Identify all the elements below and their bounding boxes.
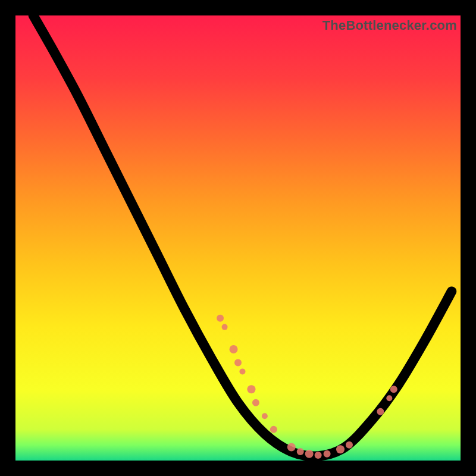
curve-marker — [247, 385, 255, 393]
curve-marker — [390, 386, 397, 393]
curve-marker — [336, 445, 345, 453]
curve-marker — [305, 450, 314, 458]
curve-marker — [287, 443, 296, 452]
curve-marker — [230, 345, 238, 353]
curve-marker — [386, 395, 392, 401]
curve-marker — [315, 452, 322, 459]
curve-marker — [239, 368, 245, 374]
curve-marker — [270, 426, 277, 433]
marker-group — [217, 315, 397, 459]
curve-marker — [222, 324, 228, 330]
curve-marker — [377, 408, 384, 415]
curve-marker — [324, 450, 331, 458]
curve-marker — [252, 399, 259, 406]
curve-marker — [262, 413, 268, 419]
curve-marker — [297, 448, 304, 455]
bottleneck-curve-svg — [15, 15, 461, 461]
curve-marker — [234, 359, 242, 366]
bottleneck-curve-path — [33, 15, 452, 456]
plot-frame: TheBottlenecker.com — [15, 15, 461, 461]
curve-marker — [217, 315, 224, 322]
curve-marker — [346, 441, 353, 449]
